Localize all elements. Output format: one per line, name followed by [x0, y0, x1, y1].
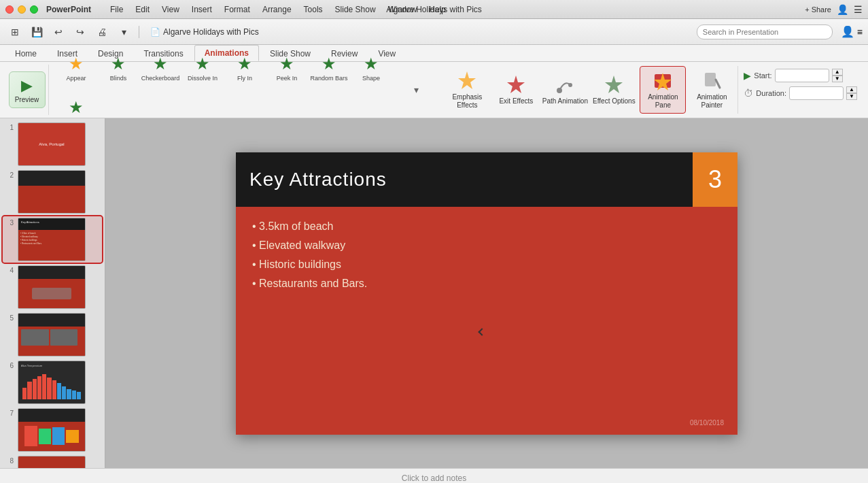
blinds-label: Blinds — [110, 75, 127, 82]
path-animation-icon — [554, 74, 576, 96]
preview-label: Preview — [15, 96, 39, 103]
anim-flyin[interactable]: ★ Fly In — [224, 47, 265, 89]
slide-img-7 — [18, 408, 86, 452]
start-up[interactable]: ▲ — [832, 69, 843, 76]
duration-up[interactable]: ▲ — [846, 86, 857, 93]
titlebar-right: + Share 👤 ☰ — [805, 4, 863, 15]
menu-view[interactable]: View — [156, 3, 185, 16]
path-animation-panel[interactable]: Path Animation — [542, 66, 588, 114]
toolbar: ⊞ 💾 ↩ ↪ 🖨 ▾ 📄 Algarve Holidays with Pics… — [0, 19, 868, 45]
menu-insert[interactable]: Insert — [186, 3, 218, 16]
sidebar-toggle-button[interactable]: ⊞ — [5, 24, 24, 40]
slide-title: Key Attractions — [249, 169, 387, 190]
anim-peekin[interactable]: ★ Peek In — [266, 47, 307, 89]
tab-home[interactable]: Home — [5, 46, 46, 61]
account-icon-toolbar[interactable]: 👤 — [841, 25, 854, 38]
undo-button[interactable]: ↩ — [49, 24, 68, 40]
emphasis-effects-icon — [456, 70, 478, 92]
app-name: PowerPoint — [46, 5, 91, 14]
animation-scroll-button[interactable]: ▾ — [409, 69, 423, 111]
more-button[interactable]: ▾ — [114, 24, 133, 40]
effect-options-panel[interactable]: Effect Options — [591, 66, 637, 114]
play-icon: ▶ — [21, 77, 33, 95]
slide-img-1: Alva, Portugal — [18, 122, 86, 166]
sidebar-toggle-icon[interactable]: ☰ — [854, 4, 863, 15]
slide-thumb-2[interactable]: 2 — [3, 169, 102, 215]
start-row: ▶ Start: ▲ ▼ — [744, 69, 857, 82]
menu-arrange[interactable]: Arrange — [257, 3, 297, 16]
slide-thumb-7[interactable]: 7 — [3, 407, 102, 453]
anim-shape[interactable]: ★ Shape — [351, 47, 392, 89]
slide-thumb-6[interactable]: 6 Alva Temperature — [3, 359, 102, 405]
duration-input[interactable] — [789, 86, 844, 100]
menu-tools[interactable]: Tools — [298, 3, 328, 16]
dissolvein-label: Dissolve In — [188, 75, 218, 82]
separator — [139, 26, 139, 38]
slide-thumb-4[interactable]: 4 — [3, 264, 102, 310]
maximize-button[interactable] — [30, 5, 38, 14]
menu-slideshow[interactable]: Slide Show — [330, 3, 381, 16]
anim-dissolvein[interactable]: ★ Dissolve In — [182, 47, 223, 89]
svg-rect-7 — [705, 73, 716, 86]
ribbon-right-panels: Emphasis Effects Exit Effects Path Anima… — [444, 66, 863, 114]
svg-marker-4 — [605, 76, 623, 93]
svg-line-8 — [716, 80, 720, 88]
notifications-icon[interactable]: ≡ — [857, 27, 863, 37]
flyin-label: Fly In — [237, 75, 252, 82]
anim-blinds[interactable]: ★ Blinds — [98, 47, 139, 89]
flyin-icon: ★ — [237, 54, 252, 73]
redo-button[interactable]: ↪ — [71, 24, 90, 40]
menu-edit[interactable]: Edit — [130, 3, 155, 16]
duration-stepper: ▲ ▼ — [846, 86, 857, 100]
ribbon-content: ▶ Preview ★ Appear ★ Blinds ★ Checkerboa… — [0, 62, 868, 118]
slide-num-4: 4 — [5, 267, 14, 274]
peekin-label: Peek In — [277, 75, 298, 82]
main-area: 1 Alva, Portugal 2 — [0, 118, 868, 468]
share-button[interactable]: + Share — [805, 5, 831, 14]
animationpainter-label: Animation Painter — [689, 93, 735, 110]
preview-section: ▶ Preview — [5, 65, 49, 115]
minimize-button[interactable] — [18, 5, 26, 14]
animation-painter-panel[interactable]: Animation Painter — [689, 66, 735, 114]
account-icon[interactable]: 👤 — [837, 4, 848, 15]
slide-number-box: 3 — [693, 152, 737, 207]
exit-effects-icon — [505, 74, 527, 96]
slide-thumb-1[interactable]: 1 Alva, Portugal — [3, 121, 102, 167]
emphasis-label: Emphasis Effects — [444, 93, 490, 110]
animations-section: ★ Appear ★ Blinds ★ Checkerboard ★ Disso… — [50, 65, 428, 115]
slide-panel[interactable]: 1 Alva, Portugal 2 — [0, 118, 105, 468]
exit-effects-panel[interactable]: Exit Effects — [493, 66, 539, 114]
start-input[interactable] — [775, 69, 829, 82]
slide-num-2: 2 — [5, 171, 14, 179]
search-input[interactable] — [697, 24, 833, 39]
save-button[interactable]: 💾 — [27, 24, 46, 40]
close-button[interactable] — [5, 5, 14, 14]
notes-bar[interactable]: Click to add notes — [0, 468, 868, 483]
emphasis-effects-panel[interactable]: Emphasis Effects — [444, 66, 490, 114]
bullet-4: • Restaurants and Bars. — [252, 278, 721, 290]
file-icon: 📄 — [150, 27, 160, 37]
slide-canvas[interactable]: Key Attractions 3 • 3.5km of beach • Ele… — [236, 152, 737, 435]
slide-img-8 — [18, 456, 86, 468]
start-duration-panel: ▶ Start: ▲ ▼ ⏱ Duration: ▲ ▼ — [737, 66, 863, 114]
menu-file[interactable]: File — [105, 3, 128, 16]
print-button[interactable]: 🖨 — [92, 24, 111, 40]
start-down[interactable]: ▼ — [832, 76, 843, 82]
preview-button[interactable]: ▶ Preview — [9, 71, 46, 108]
clock-icon: ⏱ — [744, 88, 753, 99]
anim-randombars[interactable]: ★ Random Bars — [309, 47, 349, 89]
svg-marker-0 — [458, 71, 476, 89]
slide-number: 3 — [708, 165, 722, 194]
window-title: Algarve Holidays with Pics — [386, 5, 482, 14]
slide-img-4 — [18, 265, 86, 309]
menu-format[interactable]: Format — [219, 3, 256, 16]
duration-down[interactable]: ▼ — [846, 93, 857, 100]
anim-checkerboard[interactable]: ★ Checkerboard — [140, 47, 181, 89]
slide-thumb-8[interactable]: 8 — [3, 454, 102, 468]
anim-appear[interactable]: ★ Appear — [56, 47, 97, 89]
animation-pane-panel[interactable]: Animation Pane — [640, 66, 686, 114]
slide-thumb-3[interactable]: 3 Key Attractions • 3.5km of beach • Ele… — [3, 216, 102, 263]
start-label: Start: — [754, 71, 771, 80]
slide-thumb-5[interactable]: 5 — [3, 312, 102, 358]
effect-options-icon — [603, 74, 625, 96]
